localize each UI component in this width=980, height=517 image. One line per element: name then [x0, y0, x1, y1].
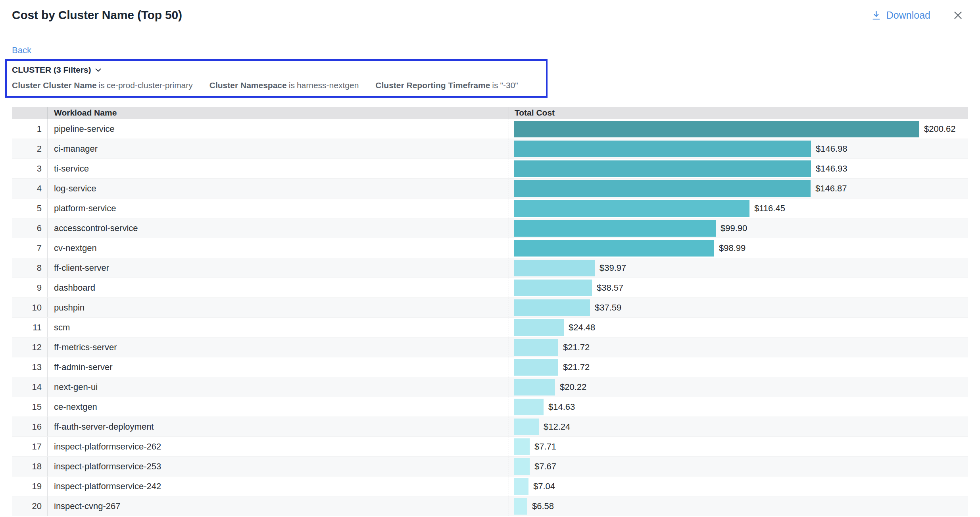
- cost-bar: [514, 399, 544, 415]
- cost-bar: [514, 180, 811, 197]
- table-row: 5platform-service$116.45: [12, 199, 968, 218]
- row-rank: 5: [12, 199, 47, 218]
- row-rank: 14: [12, 377, 47, 397]
- row-rank: 13: [12, 357, 47, 377]
- row-cost-cell: $12.24: [509, 417, 968, 436]
- row-cost-cell: $37.59: [509, 298, 968, 317]
- row-workload-name: pipeline-service: [47, 119, 509, 139]
- cost-value: $37.59: [595, 303, 621, 313]
- row-workload-name: ff-metrics-server: [47, 338, 509, 357]
- table-row: 13ff-admin-server$21.72: [12, 357, 968, 377]
- row-workload-name: accesscontrol-service: [47, 218, 509, 238]
- cost-bar: [514, 299, 590, 316]
- filter-field: Cluster Cluster Name: [12, 81, 97, 90]
- cost-bar: [514, 498, 527, 515]
- filter-value: ce-prod-cluster-primary: [107, 81, 193, 90]
- row-workload-name: platform-service: [47, 199, 509, 218]
- table-row: 8ff-client-server$39.97: [12, 258, 968, 278]
- cost-value: $146.98: [816, 144, 847, 154]
- cost-bar: [514, 200, 749, 217]
- row-cost-cell: $21.72: [509, 338, 968, 357]
- filter-field: Cluster Reporting Timeframe: [375, 81, 490, 90]
- row-cost-cell: $7.04: [509, 476, 968, 496]
- row-workload-name: ti-service: [47, 159, 509, 178]
- row-rank: 11: [12, 318, 47, 337]
- back-link[interactable]: Back: [12, 45, 31, 56]
- cost-value: $146.87: [815, 183, 847, 194]
- row-rank: 4: [12, 179, 47, 198]
- cost-bar: [514, 359, 558, 376]
- cost-bar: [514, 419, 539, 435]
- row-cost-cell: $7.67: [509, 457, 968, 476]
- cost-value: $7.04: [533, 481, 555, 492]
- table-row: 19inspect-platformservice-242$7.04: [12, 476, 968, 496]
- row-cost-cell: $14.63: [509, 397, 968, 417]
- filter-operator: is: [492, 81, 498, 90]
- table-row: 17inspect-platformservice-262$7.71: [12, 437, 968, 457]
- table-row: 7cv-nextgen$98.99: [12, 238, 968, 258]
- row-workload-name: inspect-platformservice-242: [47, 476, 509, 496]
- workload-name-column-header: Workload Name: [47, 107, 509, 119]
- cost-value: $7.71: [534, 442, 556, 452]
- row-cost-cell: $39.97: [509, 258, 968, 278]
- cost-bar: [514, 478, 528, 495]
- page-title: Cost by Cluster Name (Top 50): [12, 8, 182, 22]
- header-actions: Download: [871, 10, 968, 21]
- total-cost-column-header: Total Cost: [509, 107, 968, 119]
- cost-bar: [514, 280, 592, 296]
- row-cost-cell: $146.98: [509, 139, 968, 158]
- row-cost-cell: $20.22: [509, 377, 968, 397]
- close-icon: [953, 10, 963, 21]
- row-rank: 3: [12, 159, 47, 178]
- row-workload-name: log-service: [47, 179, 509, 198]
- filter-value: harness-nextgen: [297, 81, 359, 90]
- cost-value: $98.99: [719, 243, 746, 253]
- cost-value: $7.67: [534, 461, 556, 472]
- row-workload-name: pushpin: [47, 298, 509, 317]
- cost-bar: [514, 319, 564, 336]
- row-rank: 12: [12, 338, 47, 357]
- cost-table: Workload Name Total Cost 1pipeline-servi…: [12, 107, 968, 516]
- cost-bar: [514, 141, 811, 157]
- filter-item[interactable]: Cluster Namespaceisharness-nextgen: [209, 81, 359, 90]
- filter-field: Cluster Namespace: [209, 81, 287, 90]
- cost-value: $21.72: [563, 342, 590, 353]
- row-cost-cell: $7.71: [509, 437, 968, 456]
- cost-value: $21.72: [563, 362, 590, 372]
- cost-bar: [514, 458, 530, 475]
- cost-value: $116.45: [754, 203, 785, 214]
- cost-bar: [514, 339, 558, 356]
- table-row: 3ti-service$146.93: [12, 159, 968, 179]
- row-cost-cell: $146.87: [509, 179, 968, 198]
- cost-value: $6.58: [532, 501, 554, 511]
- download-icon: [871, 10, 882, 21]
- row-workload-name: inspect-cvng-267: [47, 496, 509, 516]
- row-rank: 9: [12, 278, 47, 297]
- cost-breakdown-dialog: Cost by Cluster Name (Top 50) Download B…: [0, 0, 980, 517]
- cost-value: $38.57: [597, 283, 623, 293]
- row-cost-cell: $99.90: [509, 218, 968, 238]
- cost-bar: [514, 260, 595, 276]
- row-rank: 18: [12, 457, 47, 476]
- cost-bar: [514, 121, 919, 137]
- row-rank: 17: [12, 437, 47, 456]
- row-workload-name: next-gen-ui: [47, 377, 509, 397]
- row-workload-name: ce-nextgen: [47, 397, 509, 417]
- table-row: 15ce-nextgen$14.63: [12, 397, 968, 417]
- filter-item[interactable]: Cluster Reporting Timeframeis"-30": [375, 81, 518, 90]
- table-row: 16ff-auth-server-deployment$12.24: [12, 417, 968, 437]
- row-cost-cell: $21.72: [509, 357, 968, 377]
- cost-bar: [514, 240, 714, 257]
- filter-item[interactable]: Cluster Cluster Nameisce-prod-cluster-pr…: [12, 81, 193, 90]
- cost-bar: [514, 220, 716, 237]
- row-cost-cell: $6.58: [509, 496, 968, 516]
- close-button[interactable]: [953, 10, 963, 21]
- download-button[interactable]: Download: [871, 10, 930, 21]
- filter-group-toggle[interactable]: CLUSTER (3 Filters): [12, 65, 538, 75]
- row-workload-name: scm: [47, 318, 509, 337]
- table-row: 11scm$24.48: [12, 318, 968, 338]
- row-workload-name: ci-manager: [47, 139, 509, 158]
- row-rank: 16: [12, 417, 47, 436]
- row-workload-name: ff-admin-server: [47, 357, 509, 377]
- row-workload-name: ff-auth-server-deployment: [47, 417, 509, 436]
